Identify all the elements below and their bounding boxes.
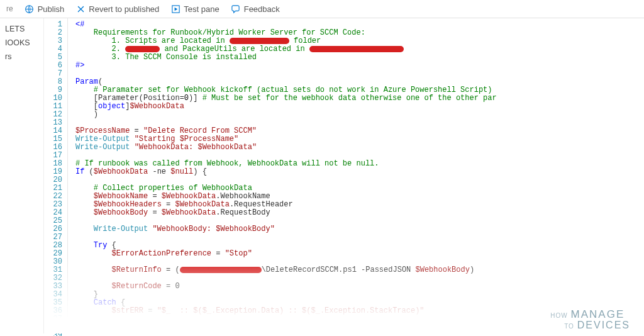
line-number: 39 — [44, 332, 67, 336]
code-token — [75, 306, 112, 315]
redacted-text — [180, 267, 262, 273]
code-token: 3. The SCCM Console is installed — [75, 53, 257, 62]
code-token: $WebhookData — [162, 192, 216, 201]
code-token: object — [98, 102, 125, 111]
code-editor[interactable]: 1234567891011121314151617181920212223242… — [44, 18, 644, 333]
code-token: $WebhookData — [197, 143, 252, 152]
code-token: and PackageUtils are located in — [160, 45, 309, 53]
code-token — [75, 208, 94, 217]
redacted-text — [125, 46, 160, 52]
code-line[interactable]: ) — [75, 111, 644, 119]
code-token: # If runbook was called from Webhook, We… — [75, 159, 379, 168]
code-line[interactable] — [75, 70, 644, 78]
code-line[interactable]: Write-Output "WebhookData: $WebhookData" — [75, 143, 644, 152]
code-line[interactable]: [object]$WebhookData — [75, 103, 644, 111]
line-number: 3 — [44, 37, 67, 45]
code-token: ( — [98, 77, 103, 86]
code-token — [75, 192, 94, 201]
line-number: 1 — [44, 21, 67, 29]
code-token: ( — [84, 167, 93, 176]
test-pane-button[interactable]: Test pane — [170, 4, 219, 14]
code-line[interactable]: $ErrorActionPreference = "Stop" — [75, 250, 644, 258]
code-token — [130, 143, 134, 152]
code-line[interactable] — [75, 332, 644, 333]
test-pane-label: Test pane — [184, 4, 219, 14]
code-token: " — [270, 225, 275, 233]
code-token: $ReturnInfo — [112, 266, 162, 274]
code-token: ) { — [193, 167, 207, 176]
code-line[interactable]: If ($WebhookData -ne $null) { — [75, 168, 644, 176]
code-token: $WebhookData — [162, 208, 216, 217]
code-token: Write-Output — [75, 143, 130, 152]
sidebar-item-rs[interactable]: rs — [0, 50, 43, 64]
code-token: { — [107, 241, 116, 250]
code-token: ) — [75, 110, 98, 119]
code-token: " — [252, 143, 257, 152]
line-number-gutter: 1234567891011121314151617181920212223242… — [44, 18, 68, 333]
code-line[interactable]: $WebhookBody = $WebhookData.RequestBody — [75, 209, 644, 217]
code-line[interactable]: $ReturnInfo = (\DeleteRecordSCCM.ps1 -Pa… — [75, 266, 644, 274]
code-token: .WebhookName — [216, 192, 270, 201]
code-token — [75, 282, 112, 291]
feedback-button[interactable]: Feedback — [231, 4, 280, 14]
code-line[interactable]: #> — [75, 62, 644, 70]
code-token — [75, 200, 94, 209]
main-layout: LETS IOOKS rs 12345678910111213141516171… — [0, 18, 644, 333]
code-token: Param — [75, 77, 98, 86]
code-token: $_ — [203, 306, 211, 315]
code-token: folder — [289, 36, 321, 45]
toolbar-context-hint: re — [6, 4, 13, 13]
code-token: If — [75, 167, 84, 176]
code-token: $ProcessName — [75, 126, 130, 135]
feedback-icon — [231, 4, 241, 14]
code-token: = — [211, 249, 225, 258]
code-token: $WebhookData — [175, 200, 229, 209]
revert-label: Revert to published — [89, 4, 159, 14]
code-token: "$_ :: $( — [157, 306, 203, 315]
sidebar-item-lets[interactable]: LETS — [0, 22, 43, 36]
watermark-how: HOW — [550, 312, 567, 319]
sidebar-item-iooks[interactable]: IOOKS — [0, 36, 43, 50]
code-token: ) — [470, 266, 474, 274]
feedback-label: Feedback — [244, 4, 280, 14]
publish-button[interactable]: Publish — [25, 4, 65, 14]
code-token: )] — [189, 94, 203, 103]
code-line[interactable]: } — [75, 291, 644, 299]
code-token: \DeleteRecordSCCM.ps1 -PassedJSON — [262, 266, 416, 274]
code-token: "WebhookBody: — [152, 225, 216, 233]
code-token: 1. Scripts are located in — [75, 36, 230, 45]
code-token: $ReturnCode — [112, 282, 162, 291]
code-token: $ErrorActionPreference — [112, 249, 211, 258]
code-line[interactable]: $ReturnCode = 0 — [75, 283, 644, 291]
code-token: $WebhookData — [94, 167, 148, 176]
line-number: 7 — [44, 70, 67, 78]
code-token — [75, 266, 112, 274]
watermark-to: TO — [564, 323, 574, 330]
revert-button[interactable]: Revert to published — [75, 4, 159, 14]
code-token: = — [162, 282, 175, 291]
code-token: = — [130, 126, 143, 135]
x-icon — [75, 4, 86, 14]
code-line[interactable]: 3. The SCCM Console is installed — [75, 53, 644, 62]
code-token: #> — [75, 61, 84, 70]
line-number: 6 — [44, 62, 67, 70]
code-token: = — [143, 306, 157, 315]
code-token: -ne — [148, 167, 170, 176]
code-token — [75, 249, 112, 258]
code-line[interactable] — [75, 233, 644, 242]
code-line[interactable]: Write-Output "WebhookBody: $WebhookBody" — [75, 225, 644, 233]
code-token: $WebhookName — [94, 192, 148, 201]
code-token: $_ — [311, 306, 320, 315]
code-token: $strERR — [112, 306, 143, 315]
redacted-text — [230, 38, 289, 44]
code-token — [130, 135, 134, 143]
code-token: [Parameter(Position= — [75, 94, 184, 103]
code-token: { — [116, 298, 125, 307]
code-content[interactable]: <# Requirements for Runbook/Hybrid Worke… — [68, 18, 644, 333]
sidebar: LETS IOOKS rs — [0, 18, 44, 333]
code-token: .Exception.Data) :: $( — [211, 306, 311, 315]
code-token: $ProcessName — [180, 135, 234, 143]
watermark: HOW MANAGE HO TO DEVICES — [550, 309, 630, 331]
code-token: .RequestBody — [216, 208, 270, 217]
code-token: "Stop" — [225, 249, 252, 258]
